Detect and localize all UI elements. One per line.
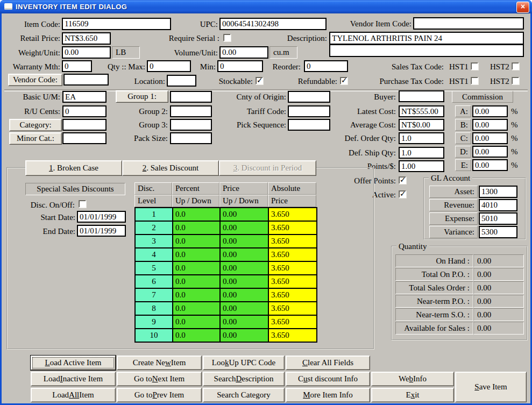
vendor-item-code-input[interactable] [413, 17, 524, 30]
tab-discount-in-period[interactable]: 3. Discount in Period [219, 160, 316, 176]
description-input[interactable] [329, 32, 524, 45]
category-input[interactable] [62, 119, 107, 131]
discount-cell-absolute[interactable]: 3.650 [268, 261, 317, 275]
commission-d-input[interactable] [472, 146, 508, 158]
search-description-button[interactable]: Search Description [203, 372, 285, 386]
discount-cell-price[interactable]: 0.00 [220, 235, 268, 248]
discount-cell-percent[interactable]: 0.0 [173, 329, 220, 342]
def-ship-qty-input[interactable] [399, 147, 444, 159]
window-icon[interactable] [4, 3, 12, 10]
disc-onoff-checkbox[interactable] [79, 200, 86, 208]
end-date-input[interactable] [77, 225, 126, 237]
discount-cell-percent[interactable]: 0.0 [173, 315, 220, 329]
discount-cell-price[interactable]: 0.00 [220, 329, 268, 342]
offer-points-checkbox[interactable] [399, 176, 406, 184]
commission-a-input[interactable] [472, 105, 508, 117]
discount-cell-percent[interactable]: 0.0 [173, 208, 220, 221]
discount-cell-percent[interactable]: 0.0 [173, 302, 220, 315]
discount-cell-absolute[interactable]: 3.650 [268, 248, 317, 261]
qty-max-input[interactable] [147, 60, 191, 72]
commission-c-input[interactable] [472, 132, 508, 144]
discount-cell-absolute[interactable]: 3.650 [268, 329, 317, 342]
require-serial-checkbox[interactable] [223, 34, 231, 41]
discount-cell-percent[interactable]: 0.0 [173, 248, 220, 261]
discount-cell-level[interactable]: 4 [135, 248, 173, 261]
discount-cell-price[interactable]: 0.00 [220, 261, 268, 275]
item-code-input[interactable] [62, 18, 171, 30]
group2-input[interactable] [170, 105, 212, 117]
sales-hst2-checkbox[interactable] [512, 62, 519, 70]
discount-cell-absolute[interactable]: 3.650 [268, 208, 317, 221]
discount-cell-price[interactable]: 0.00 [220, 221, 268, 235]
discount-cell-level[interactable]: 8 [135, 302, 173, 315]
gl-revenue-input[interactable] [479, 199, 517, 211]
buyer-input[interactable] [399, 90, 444, 102]
web-info-button[interactable]: Web Info [371, 372, 454, 386]
vendor-code-button[interactable]: Vendor Code: [8, 74, 62, 86]
discount-cell-absolute[interactable]: 3.650 [268, 221, 317, 235]
discount-cell-price[interactable]: 0.00 [220, 275, 268, 288]
group1-input[interactable] [170, 91, 212, 103]
purchase-hst2-checkbox[interactable] [512, 77, 519, 84]
go-to-prev-item-button[interactable]: Go to Prev Item [117, 388, 202, 402]
warranty-input[interactable] [62, 60, 92, 72]
load-active-item-button[interactable]: Load Active Item [31, 356, 116, 370]
purchase-hst1-checkbox[interactable] [471, 77, 478, 84]
sales-hst1-checkbox[interactable] [471, 62, 478, 70]
discount-cell-level[interactable]: 6 [135, 275, 173, 288]
gl-expense-input[interactable] [479, 212, 517, 225]
tab-broken-case[interactable]: 1. Broken Case [25, 160, 122, 176]
group1-button[interactable]: Group 1: [116, 90, 168, 103]
location-input[interactable] [167, 75, 196, 87]
discount-cell-percent[interactable]: 0.0 [173, 261, 220, 275]
points-input[interactable] [399, 160, 444, 172]
look-up-upc-code-button[interactable]: Look Up UPC Code [203, 356, 285, 370]
commission-e-input[interactable] [472, 159, 508, 171]
stockable-checkbox[interactable] [256, 77, 263, 84]
discount-cell-absolute[interactable]: 3.650 [268, 315, 317, 329]
clear-all-fields-button[interactable]: Clear All Fields [286, 356, 370, 370]
go-to-next-item-button[interactable]: Go to Next Item [117, 372, 202, 386]
commission-b-input[interactable] [472, 119, 508, 131]
close-button[interactable]: × [516, 2, 529, 13]
discount-cell-percent[interactable]: 0.0 [173, 288, 220, 302]
tab-sales-discount[interactable]: 2. Sales Discount [122, 160, 219, 176]
more-item-info-button[interactable]: More Item Info [286, 388, 370, 402]
min-input[interactable] [217, 60, 263, 72]
discount-cell-absolute[interactable]: 3.650 [268, 302, 317, 315]
cust-discount-info-button[interactable]: Cust discount Info [286, 372, 370, 386]
load-inactive-item-button[interactable]: Load Inactive Item [31, 372, 116, 386]
category-button[interactable]: Category: [9, 119, 62, 131]
refundable-checkbox[interactable] [340, 77, 347, 84]
discount-cell-price[interactable]: 0.00 [220, 288, 268, 302]
minor-cat-input[interactable] [62, 132, 107, 144]
def-order-qty-input[interactable] [399, 132, 444, 144]
pack-size-input[interactable] [170, 132, 212, 144]
discount-cell-level[interactable]: 3 [135, 235, 173, 248]
discount-cell-absolute[interactable]: 3.650 [268, 275, 317, 288]
minor-cat-button[interactable]: Minor Cat.: [9, 132, 62, 145]
weight-input[interactable] [62, 46, 111, 59]
discount-cell-level[interactable]: 7 [135, 288, 173, 302]
upc-input[interactable] [219, 18, 327, 30]
retail-price-input[interactable] [62, 32, 111, 45]
discount-cell-level[interactable]: 5 [135, 261, 173, 275]
save-item-button[interactable]: Save Item [455, 372, 527, 402]
discount-cell-absolute[interactable]: 3.650 [268, 235, 317, 248]
start-date-input[interactable] [77, 211, 126, 223]
vendor-code-input[interactable] [63, 74, 109, 86]
discount-cell-percent[interactable]: 0.0 [173, 235, 220, 248]
reorder-input[interactable] [304, 60, 348, 72]
volume-input[interactable] [219, 46, 268, 59]
discount-cell-level[interactable]: 2 [135, 221, 173, 235]
latest-cost-input[interactable] [399, 105, 444, 117]
discount-cell-price[interactable]: 0.00 [220, 315, 268, 329]
exit-button[interactable]: Exit [371, 388, 454, 402]
discount-cell-price[interactable]: 0.00 [220, 208, 268, 221]
active-checkbox[interactable] [399, 190, 406, 198]
average-cost-input[interactable] [399, 119, 444, 131]
discount-cell-level[interactable]: 10 [135, 329, 173, 342]
discount-cell-level[interactable]: 9 [135, 315, 173, 329]
discount-cell-level[interactable]: 1 [135, 208, 173, 221]
basic-um-input[interactable] [62, 91, 107, 103]
